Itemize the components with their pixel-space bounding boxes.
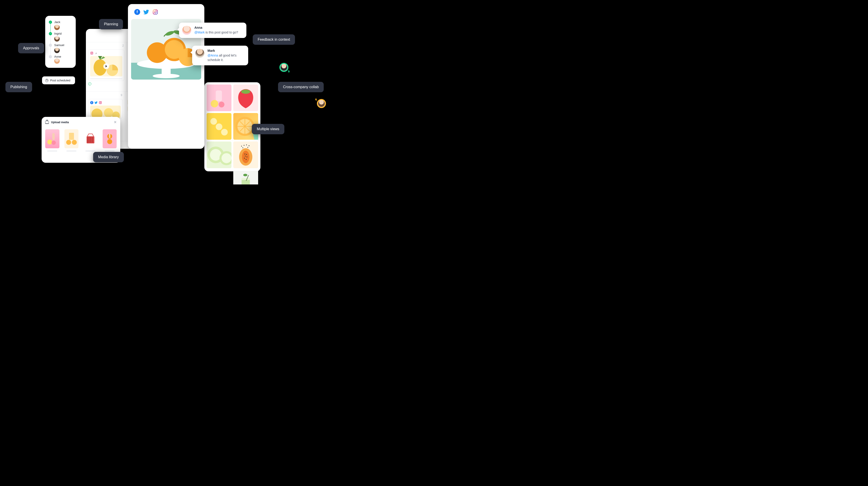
check-icon: ✓ (49, 32, 52, 35)
pending-icon (49, 43, 52, 47)
svg-point-70 (246, 159, 247, 160)
upload-icon[interactable] (45, 121, 49, 124)
media-item[interactable] (84, 129, 98, 151)
approval-name: Anne (54, 55, 61, 58)
svg-point-19 (154, 11, 156, 13)
svg-point-69 (244, 158, 245, 159)
svg-point-76 (247, 147, 248, 148)
approval-name: Ingrid (54, 32, 62, 35)
svg-rect-41 (92, 137, 93, 143)
avatar-anna (182, 26, 191, 35)
avatar-jack (54, 25, 60, 30)
comment-anna[interactable]: Anna @Mark is this post good to go? (179, 23, 246, 38)
clock-icon (45, 79, 49, 82)
svg-point-50 (216, 123, 222, 130)
post-thumbnail (90, 56, 122, 77)
svg-point-64 (242, 151, 250, 163)
calendar-cell[interactable]: 2 ♪ (86, 42, 127, 92)
svg-point-62 (221, 153, 231, 163)
approval-row-samuel[interactable]: Samuel (49, 43, 72, 47)
svg-rect-40 (90, 137, 91, 143)
svg-point-75 (242, 147, 243, 148)
feedback-label: Feedback in context (253, 34, 295, 45)
svg-point-7 (100, 102, 101, 103)
approval-name: Samuel (54, 43, 64, 47)
svg-rect-35 (69, 133, 74, 140)
mention[interactable]: @Anna (208, 54, 218, 57)
approvals-card: ✓ Jack ✓ Ingrid Samuel Anne (45, 16, 76, 68)
approval-row-ingrid[interactable]: ✓ Ingrid (49, 32, 72, 35)
media-item[interactable] (103, 129, 117, 151)
svg-rect-0 (91, 52, 93, 55)
media-item[interactable] (64, 129, 79, 151)
svg-rect-79 (242, 178, 250, 180)
svg-rect-18 (153, 10, 158, 14)
media-item[interactable] (45, 129, 59, 151)
check-icon: ✓ (49, 21, 52, 24)
calendar-date: 2 (122, 44, 124, 47)
svg-rect-45 (216, 90, 222, 101)
svg-point-47 (219, 102, 224, 108)
calendar-date: 9 (121, 94, 122, 97)
gallery-item[interactable] (233, 142, 258, 168)
composer-platforms: f (128, 4, 204, 18)
approval-row-anne[interactable]: Anne (49, 55, 72, 58)
facebook-icon[interactable]: f (134, 9, 140, 15)
upload-title: Upload media (51, 121, 69, 124)
avatar-samuel (54, 48, 60, 53)
svg-rect-6 (99, 101, 102, 104)
play-icon[interactable] (103, 63, 109, 69)
approvals-label: Approvals (18, 43, 44, 53)
media-library-label: Media library (93, 152, 124, 162)
instagram-icon (90, 52, 93, 55)
facebook-icon: f (90, 101, 93, 104)
gallery-item[interactable] (233, 170, 258, 184)
post-thumbnail (90, 105, 121, 118)
cross-company-label: Cross-company collab (278, 82, 324, 92)
instagram-icon[interactable] (152, 9, 158, 15)
svg-point-1 (91, 53, 92, 54)
post-scheduled-chip[interactable]: Post scheduled (42, 77, 75, 84)
post-platforms: ♪ (90, 52, 122, 55)
svg-rect-44 (109, 133, 110, 138)
twitter-icon[interactable] (143, 9, 149, 15)
svg-point-43 (107, 139, 112, 144)
planning-label: Planning (99, 19, 123, 29)
post-preview[interactable]: f (88, 99, 123, 118)
svg-point-74 (249, 145, 250, 146)
pending-icon (49, 55, 52, 58)
approval-row-jack[interactable]: ✓ Jack (49, 20, 72, 24)
mention[interactable]: @Mark (194, 31, 205, 34)
post-preview[interactable]: ♪ (88, 50, 124, 81)
instagram-icon (99, 101, 102, 104)
svg-rect-39 (87, 137, 89, 143)
svg-point-66 (246, 154, 247, 155)
svg-point-33 (52, 141, 56, 145)
svg-point-36 (66, 140, 71, 145)
svg-point-48 (241, 90, 250, 94)
gallery-item[interactable] (207, 113, 231, 140)
svg-point-46 (211, 100, 218, 108)
comment-message: @Mark is this post good to go? (194, 30, 238, 35)
comment-mark[interactable]: Mark @Anna all good let's schedule it. (192, 45, 248, 65)
post-platforms: f (90, 101, 121, 104)
svg-point-81 (243, 174, 247, 176)
svg-point-73 (246, 145, 247, 145)
gallery-item[interactable] (207, 142, 231, 168)
svg-point-72 (244, 145, 245, 146)
comment-name: Mark (208, 49, 244, 53)
tiktok-icon: ♪ (94, 52, 98, 55)
multiple-views-label: Multiple views (252, 124, 284, 134)
gallery-item[interactable] (233, 85, 258, 111)
svg-point-49 (211, 118, 217, 125)
svg-point-2 (92, 52, 93, 53)
gallery-item[interactable] (207, 85, 231, 111)
svg-point-65 (245, 154, 246, 155)
svg-point-37 (72, 140, 76, 145)
avatar-anne (54, 58, 60, 64)
approval-name: Jack (54, 20, 60, 24)
close-icon[interactable]: ✕ (114, 120, 117, 124)
collab-cursor-green (279, 63, 288, 72)
comment-message: @Anna all good let's schedule it. (208, 53, 244, 62)
check-circle-icon: ✓ (88, 82, 91, 86)
